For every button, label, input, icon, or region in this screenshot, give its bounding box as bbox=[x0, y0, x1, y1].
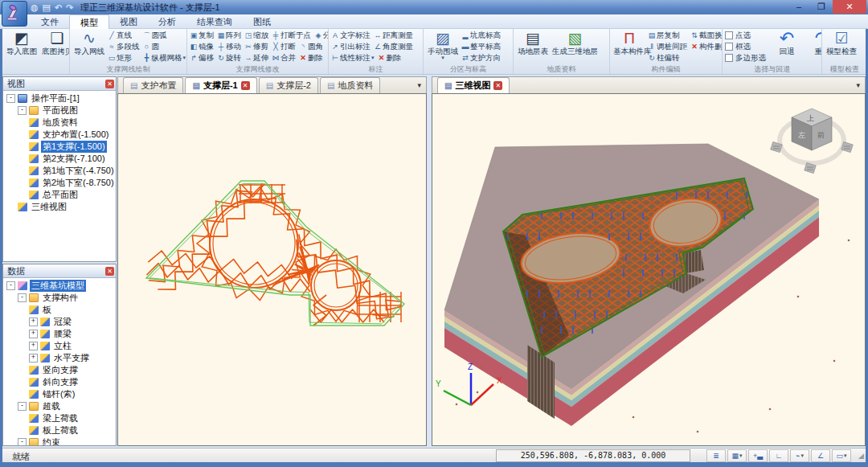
plan-view-canvas[interactable] bbox=[117, 93, 427, 446]
tree-item[interactable]: 锚杆(索) bbox=[5, 388, 116, 400]
status-tool-button[interactable]: ▭ ▾ bbox=[832, 449, 851, 462]
ribbon-button[interactable]: ‖调桩间距 bbox=[647, 41, 687, 52]
ribbon-button[interactable]: ∠角度测量 bbox=[373, 41, 413, 52]
ribbon-button[interactable]: ◝圆角 bbox=[298, 41, 323, 52]
tree-item[interactable]: + 水平支撑 bbox=[5, 352, 116, 364]
ribbon-button[interactable]: ≈ 多段线 bbox=[107, 41, 140, 52]
tree-item[interactable]: 竖向支撑 bbox=[5, 364, 116, 376]
tree-item[interactable]: - 超载 bbox=[5, 400, 116, 412]
tree-item[interactable]: 地质资料 bbox=[5, 117, 116, 129]
expander-icon[interactable]: - bbox=[18, 438, 27, 445]
tree-item[interactable]: + 冠梁 bbox=[5, 316, 116, 328]
checkbox-icon[interactable] bbox=[725, 43, 733, 51]
ribbon-button[interactable]: ↻柱偏转 bbox=[647, 52, 687, 63]
ribbon-button[interactable]: ▂坑底标高 bbox=[461, 30, 501, 41]
ribbon-button[interactable]: ✕构件删除 bbox=[690, 41, 722, 52]
view-tab[interactable]: ▤ 地质资料 bbox=[320, 77, 380, 93]
ribbon-tab[interactable]: 文件 bbox=[31, 14, 69, 29]
ribbon-button[interactable]: ✂修剪 bbox=[244, 41, 268, 52]
status-tool-button[interactable]: ▦ ▾ bbox=[727, 449, 747, 462]
ribbon-button[interactable]: →延伸 bbox=[244, 52, 268, 63]
ribbon-big-button[interactable]: ▤ 场地层表 bbox=[515, 30, 551, 55]
ribbon-button[interactable]: ⇄支护方向 bbox=[461, 52, 501, 63]
3d-view-canvas[interactable]: ZXY上左前 bbox=[432, 93, 866, 446]
ribbon-button[interactable]: ↗引出标注 bbox=[330, 41, 371, 52]
status-tool-button[interactable]: +▃ bbox=[748, 449, 768, 462]
ribbon-button[interactable]: ✕删除 bbox=[298, 52, 323, 63]
checkbox-icon[interactable] bbox=[725, 31, 733, 39]
view-tab[interactable]: ▤ 支撑层-2 bbox=[259, 77, 318, 93]
tree-item[interactable]: 梁上荷载 bbox=[5, 412, 116, 424]
tree-item[interactable]: + 腰梁 bbox=[5, 328, 116, 340]
ribbon-button[interactable]: ▬整平标高 bbox=[461, 41, 501, 52]
tree-item[interactable]: 第1地下室(-4.750) bbox=[5, 165, 116, 177]
ribbon-tab[interactable]: 分析 bbox=[148, 14, 186, 29]
ribbon-big-button[interactable]: ∿ 导入网线 bbox=[72, 30, 107, 55]
ribbon-button[interactable]: ╪打断于点 bbox=[271, 30, 311, 41]
view-tab[interactable]: ▤ 支撑层-1 ✕ bbox=[185, 77, 256, 93]
ribbon-button[interactable]: ⌒ 圆弧 bbox=[142, 30, 186, 41]
tree-item[interactable]: 第2地下室(-8.750) bbox=[5, 177, 116, 189]
maximize-button[interactable]: ❐ bbox=[810, 0, 833, 14]
quick-access-button[interactable]: ↶ bbox=[55, 2, 62, 13]
tree-item[interactable]: - 三维基坑模型 bbox=[5, 280, 116, 292]
chevron-down-icon[interactable]: ▾ bbox=[856, 81, 860, 89]
selection-mode-checkbox[interactable]: 框选 bbox=[724, 41, 766, 52]
expander-icon[interactable]: - bbox=[18, 402, 27, 411]
ribbon-big-button[interactable]: ◩ 导入底图 bbox=[4, 30, 39, 55]
expander-icon[interactable]: + bbox=[29, 354, 38, 363]
tree-item[interactable]: + 立柱 bbox=[5, 340, 116, 352]
ribbon-button[interactable]: ◈分解 bbox=[313, 30, 328, 41]
ribbon-button[interactable]: ⋈合并 bbox=[271, 52, 296, 63]
app-logo-icon[interactable] bbox=[2, 1, 27, 27]
tree-item[interactable]: 总平面图 bbox=[5, 189, 116, 201]
tree-item[interactable]: 第1支撑(-1.500) bbox=[5, 141, 116, 153]
expander-icon[interactable]: - bbox=[6, 94, 15, 103]
ribbon-button[interactable]: ▦阵列 bbox=[216, 30, 241, 41]
ribbon-button[interactable]: ▭ 矩形 bbox=[107, 52, 140, 63]
ribbon-tab[interactable]: 视图 bbox=[109, 14, 148, 29]
ribbon-button[interactable]: A文字标注 bbox=[330, 30, 371, 41]
ribbon-button[interactable]: ⊢线性标注▾ bbox=[330, 52, 375, 63]
ribbon-button[interactable]: ↱偏移 bbox=[189, 52, 214, 63]
ribbon-button[interactable]: ↔距离测量 bbox=[373, 30, 413, 41]
tree-item[interactable]: - 操作平面-[1] bbox=[5, 92, 116, 104]
expander-icon[interactable]: - bbox=[6, 281, 15, 290]
ribbon-button[interactable]: ◧镜像 bbox=[189, 41, 214, 52]
quick-access-button[interactable]: ↷ bbox=[66, 2, 73, 13]
status-tool-button[interactable]: ∟ bbox=[769, 449, 788, 462]
close-icon[interactable]: ✕ bbox=[493, 81, 502, 90]
tree-item[interactable]: - 支撑构件 bbox=[5, 292, 116, 304]
close-button[interactable]: ✕ bbox=[833, 0, 866, 14]
ribbon-button[interactable]: ▤层复制 bbox=[647, 30, 687, 41]
view-tab[interactable]: ▤ 三维视图 ✕ bbox=[437, 77, 510, 93]
ribbon-tab[interactable]: 结果查询 bbox=[186, 14, 243, 29]
expander-icon[interactable]: + bbox=[29, 330, 38, 338]
ribbon-button[interactable]: ⇅截面换向 bbox=[690, 30, 722, 41]
selection-mode-checkbox[interactable]: 点选 bbox=[724, 30, 766, 41]
expander-icon[interactable]: - bbox=[18, 293, 27, 302]
tree-item[interactable]: - 平面视图 bbox=[5, 104, 116, 117]
ribbon-tab[interactable]: 模型 bbox=[69, 14, 109, 30]
expander-icon[interactable]: + bbox=[29, 317, 38, 326]
ribbon-big-button[interactable]: ❏ 底图拷贝 bbox=[39, 30, 69, 55]
tree-item[interactable]: 支护布置(-1.500) bbox=[5, 129, 116, 141]
tree-item[interactable]: - 约束 bbox=[5, 436, 116, 445]
ribbon-button[interactable]: ╱ 直线 bbox=[107, 30, 140, 41]
close-icon[interactable]: ✕ bbox=[105, 267, 114, 276]
chevron-down-icon[interactable]: ▾ bbox=[417, 81, 421, 89]
tree-item[interactable]: 板上荷载 bbox=[5, 424, 116, 436]
ribbon-button[interactable]: ○ 圆 bbox=[142, 41, 186, 52]
close-icon[interactable]: ✕ bbox=[241, 81, 250, 90]
expander-icon[interactable]: - bbox=[18, 106, 27, 115]
expander-icon[interactable]: + bbox=[29, 342, 38, 350]
ribbon-button[interactable]: ╋ 纵横网格 ▾ bbox=[142, 52, 186, 63]
view-tab[interactable]: ▤ 支护布置 bbox=[123, 77, 183, 93]
ribbon-button[interactable]: ✕删除 bbox=[377, 52, 402, 63]
ribbon-button[interactable]: ┼移动 bbox=[216, 41, 241, 52]
ribbon-button[interactable]: ◳缩放 bbox=[244, 30, 268, 41]
ribbon-big-button[interactable]: ↷ 重做 bbox=[805, 30, 821, 55]
status-tool-button[interactable]: ∠ bbox=[811, 449, 830, 462]
ribbon-big-button[interactable]: ☑ 模型检查 bbox=[824, 30, 859, 55]
ribbon-button[interactable]: ╳打断 bbox=[271, 41, 296, 52]
